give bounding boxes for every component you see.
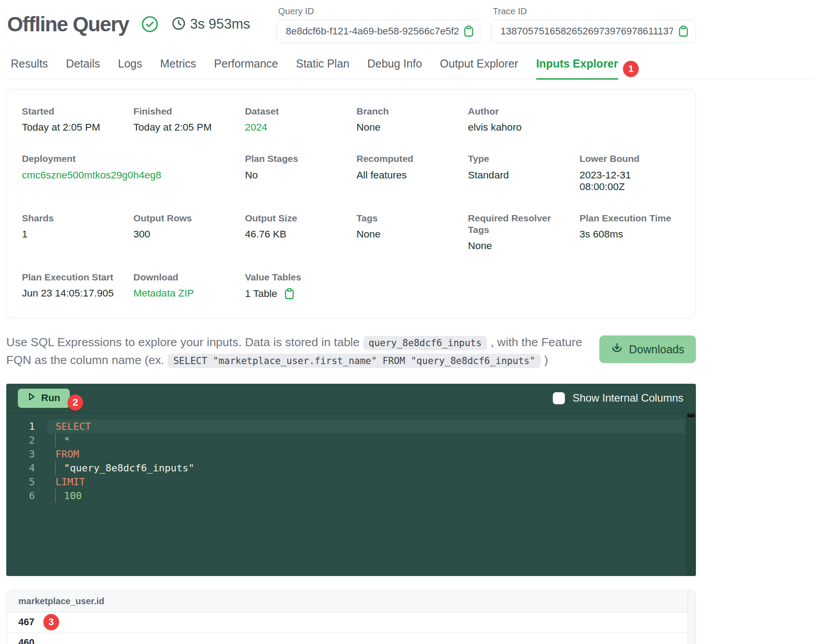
meta-label: Shards [22,212,120,224]
trace-id-label: Trace ID [493,6,696,17]
tab-metrics[interactable]: Metrics [160,54,196,79]
meta-value: None [356,122,468,133]
meta-label: Download [133,271,232,283]
show-internal-columns-toggle[interactable]: Show Internal Columns [553,392,683,404]
line-code: 100 [47,490,696,501]
copy-icon[interactable] [463,25,475,38]
tab-performance[interactable]: Performance [214,54,278,79]
cell-value: 467 [18,617,34,628]
copy-icon[interactable] [678,25,689,38]
query-id-value: 8e8dcf6b-f121-4a69-be58-92566c7e5f29 [286,25,458,37]
code-line-4: 4"query_8e8dcf6_inputs" [6,461,696,475]
tab-label: Performance [214,57,278,70]
meta-value: None [356,229,468,240]
meta-field-type: TypeStandard [468,153,579,192]
meta-label: Finished [133,106,232,117]
meta-value: Today at 2:05 PM [133,122,245,133]
code-line-2: 2* [6,433,696,447]
indent-guide [55,461,56,475]
meta-field-lower-bound: Lower Bound2023-12-31 08:00:00Z [580,153,691,192]
meta-value-text: 3s 608ms [580,229,623,240]
meta-value-text: None [356,229,381,240]
internal-columns-checkbox[interactable] [553,392,565,404]
clock-icon [172,17,186,32]
meta-value: None [468,240,579,252]
meta-value-link[interactable]: cmc6szne500mtkos29g0h4eg8 [22,169,245,181]
query-id-input[interactable]: 8e8dcf6b-f121-4a69-be58-92566c7e5f29 [276,20,481,43]
meta-value-text: 1 [22,229,28,240]
duration-group: 3s 953ms [172,16,250,32]
meta-value-text: 46.76 KB [245,229,287,240]
meta-value-text: 2023-12-31 08:00:00Z [580,169,631,193]
downloads-button[interactable]: Downloads [599,335,696,363]
meta-value: 300 [133,229,245,240]
meta-label: Output Size [245,212,343,224]
sql-editor: Run 2 Show Internal Columns 1SELECT2*3FR… [6,384,696,576]
meta-field-required-resolver-tags: Required Resolver TagsNone [468,212,579,252]
meta-value: Jun 23 14:05:17.905 [22,288,133,299]
tab-label: Details [66,57,100,70]
annotation-badge-1: 1 [623,61,639,77]
query-duration: 3s 953ms [190,16,250,32]
tab-output-explorer[interactable]: Output Explorer [440,54,518,79]
tab-label: Inputs Explorer [536,57,618,70]
line-number: 6 [6,490,47,501]
meta-value-text: cmc6szne500mtkos29g0h4eg8 [22,169,161,181]
query-id-label: Query ID [278,6,481,17]
meta-value: 46.76 KB [245,229,356,240]
meta-value: 1 [22,229,133,240]
meta-field-deployment: Deploymentcmc6szne500mtkos29g0h4eg8 [22,153,245,192]
annotation-badge-2: 2 [68,394,83,411]
meta-value: All features [356,169,468,181]
run-button[interactable]: Run [18,389,70,408]
line-code: FROM [47,449,696,460]
play-icon [27,392,36,404]
indent-guide [55,433,56,447]
meta-field-branch: BranchNone [356,106,468,133]
tab-inputs-explorer[interactable]: Inputs Explorer1 [536,54,618,80]
meta-label: Required Resolver Tags [468,212,566,236]
example-query-chip: SELECT "marketplace_user.first_name" FRO… [168,354,540,368]
trace-id-value: 138705751658265269739769786111375... [500,25,673,37]
meta-value-text: 1 Table [245,288,277,300]
meta-value: elvis kahoro [468,122,579,133]
line-code: SELECT [47,421,696,432]
meta-field-value-tables: Value Tables1 Table [245,271,356,300]
tab-static-plan[interactable]: Static Plan [296,54,350,79]
code-line-3: 3FROM [6,447,696,461]
meta-field-plan-stages: Plan StagesNo [245,153,356,192]
editor-scrollbar-thumb[interactable] [687,414,695,417]
meta-value-link[interactable]: 2024 [245,122,356,133]
tab-logs[interactable]: Logs [118,54,142,79]
meta-value-text: None [468,240,492,252]
tab-results[interactable]: Results [11,54,48,79]
meta-field-author: Authorelvis kahoro [468,106,579,133]
meta-label: Value Tables [245,271,343,283]
table-row: 460 [7,633,695,644]
instructions-segment: ) [544,353,548,367]
query-id-field: Query ID 8e8dcf6b-f121-4a69-be58-92566c7… [276,6,481,43]
copy-icon[interactable] [284,288,295,300]
trace-id-input[interactable]: 138705751658265269739769786111375... [491,20,696,43]
code-line-5: 5LIMIT [6,475,696,489]
meta-value: 3s 608ms [580,229,691,240]
meta-label: Dataset [245,106,343,117]
sql-code-area[interactable]: 1SELECT2*3FROM4"query_8e8dcf6_inputs"5LI… [6,413,696,576]
meta-value: 2023-12-31 08:00:00Z [580,169,691,193]
meta-value-text: None [356,122,381,133]
meta-value: Standard [468,169,579,181]
meta-value-text: Today at 2:05 PM [22,122,100,133]
tab-debug-info[interactable]: Debug Info [367,54,422,79]
run-button-label: Run [41,392,60,404]
meta-label: Deployment [22,153,120,165]
meta-field-finished: FinishedToday at 2:05 PM [133,106,245,133]
tab-details[interactable]: Details [66,54,100,79]
table-scrollbar[interactable] [687,591,695,644]
tab-bar: ResultsDetailsLogsMetricsPerformanceStat… [6,54,814,79]
editor-toolbar: Run 2 Show Internal Columns [6,384,696,413]
sql-token-keyword: SELECT [55,421,91,432]
tab-label: Output Explorer [440,57,518,70]
meta-value-link[interactable]: Metadata ZIP [133,288,245,299]
table-column-header: marketplace_user.id [7,591,695,612]
downloads-button-label: Downloads [629,343,684,356]
